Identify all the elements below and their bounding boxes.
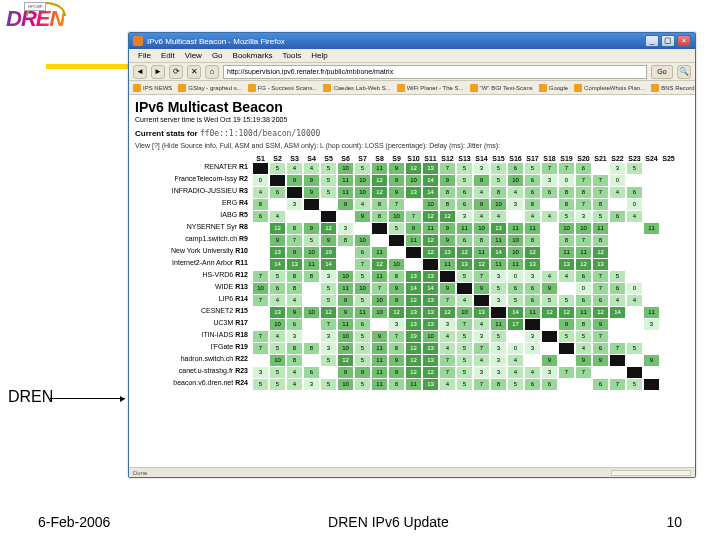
cell: 9	[576, 355, 591, 366]
bm-6[interactable]: Google	[539, 84, 568, 92]
win-min[interactable]: _	[645, 35, 659, 47]
cell: 5	[457, 331, 472, 342]
col-header-S8: S8	[372, 155, 387, 162]
bm-5[interactable]: "W" BGI Test-Scans	[470, 84, 533, 92]
cell: 5	[457, 355, 472, 366]
cell: 14	[321, 259, 336, 270]
url-input[interactable]	[223, 65, 647, 79]
cell: 7	[474, 271, 489, 282]
home-button[interactable]: ⌂	[205, 65, 219, 79]
row-label-R22: hadron.switch.ch R22	[135, 355, 251, 366]
cell: 8	[304, 343, 319, 354]
cell: 7	[253, 331, 268, 342]
cell	[627, 247, 642, 258]
cell: 12	[440, 211, 455, 222]
cell: 8	[576, 319, 591, 330]
bm-3[interactable]: Caedes Lab-Web S...	[323, 84, 390, 92]
cell: 4	[508, 355, 523, 366]
cell: 10	[355, 235, 370, 246]
bm-1[interactable]: GSlay - graphed s...	[178, 84, 241, 92]
cell	[661, 307, 676, 318]
col-header-S11: S11	[423, 155, 438, 162]
row-label-R8: NYSERNET Syr R8	[135, 223, 251, 234]
cell: 6	[525, 187, 540, 198]
cell	[593, 163, 608, 174]
cell	[440, 271, 455, 282]
menu-go[interactable]: Go	[207, 51, 228, 60]
cell: 13	[423, 319, 438, 330]
cell: 5	[627, 163, 642, 174]
cell: 0	[253, 175, 268, 186]
cell: 5	[270, 271, 285, 282]
cell: 7	[610, 343, 625, 354]
col-header-S25: S25	[661, 155, 676, 162]
cell: 4	[253, 187, 268, 198]
menu-view[interactable]: View	[180, 51, 207, 60]
cell	[627, 307, 642, 318]
cell: 7	[440, 163, 455, 174]
cell: 11	[525, 223, 540, 234]
cell	[304, 295, 319, 306]
cell: 13	[270, 247, 285, 258]
cell: 7	[389, 199, 404, 210]
cell	[372, 223, 387, 234]
cell: 10	[270, 319, 285, 330]
bm-0[interactable]: IPS NEWS	[133, 84, 172, 92]
cell: 9	[372, 331, 387, 342]
cell: 6	[627, 187, 642, 198]
fwd-button[interactable]: ►	[151, 65, 165, 79]
stop-button[interactable]: ✕	[187, 65, 201, 79]
cell	[627, 223, 642, 234]
cell: 5	[355, 271, 370, 282]
cell: 13	[270, 307, 285, 318]
cell: 6	[610, 211, 625, 222]
cell	[593, 367, 608, 378]
cell: 11	[372, 379, 387, 390]
back-button[interactable]: ◄	[133, 65, 147, 79]
cell: 9	[389, 187, 404, 198]
cell: 10	[304, 307, 319, 318]
row-label-R2: FranceTelecom-Issy R2	[135, 175, 251, 186]
cell: 3	[542, 367, 557, 378]
cell: 14	[610, 307, 625, 318]
search-icon[interactable]: 🔍	[677, 65, 691, 79]
row-label-R4: ERG R4	[135, 199, 251, 210]
menu-edit[interactable]: Edit	[156, 51, 180, 60]
cell: 6	[525, 379, 540, 390]
cell: 9	[440, 175, 455, 186]
bm-2[interactable]: FG - Success Scans...	[248, 84, 318, 92]
cell	[644, 247, 659, 258]
bm-8[interactable]: BNS Record	[651, 84, 694, 92]
win-max[interactable]: ▢	[661, 35, 675, 47]
menu-file[interactable]: File	[133, 51, 156, 60]
cell: 9	[304, 223, 319, 234]
cell: 9	[559, 319, 574, 330]
cell: 8	[559, 199, 574, 210]
cell	[253, 307, 268, 318]
cell: 10	[355, 175, 370, 186]
col-header-S18: S18	[542, 155, 557, 162]
cell: 3	[576, 211, 591, 222]
cell	[627, 355, 642, 366]
bm-4[interactable]: WiFi Planet - The S...	[397, 84, 464, 92]
menu-help[interactable]: Help	[306, 51, 332, 60]
cell	[627, 235, 642, 246]
menu-bookmarks[interactable]: Bookmarks	[228, 51, 278, 60]
go-button[interactable]: Go	[651, 65, 673, 79]
cell: 5	[542, 295, 557, 306]
cell: 12	[406, 355, 421, 366]
cell: 6	[542, 379, 557, 390]
cell: 9	[287, 175, 302, 186]
cell	[661, 355, 676, 366]
row-label-R18: ITIN-IADS R18	[135, 331, 251, 342]
cell: 13	[423, 343, 438, 354]
cell: 11	[338, 283, 353, 294]
bm-7[interactable]: CompleteWhois Plan...	[574, 84, 645, 92]
cell: 13	[423, 379, 438, 390]
cell: 9	[389, 283, 404, 294]
win-close[interactable]: ×	[677, 35, 691, 47]
cell: 5	[457, 175, 472, 186]
reload-button[interactable]: ⟳	[169, 65, 183, 79]
cell	[406, 199, 421, 210]
menu-tools[interactable]: Tools	[278, 51, 307, 60]
